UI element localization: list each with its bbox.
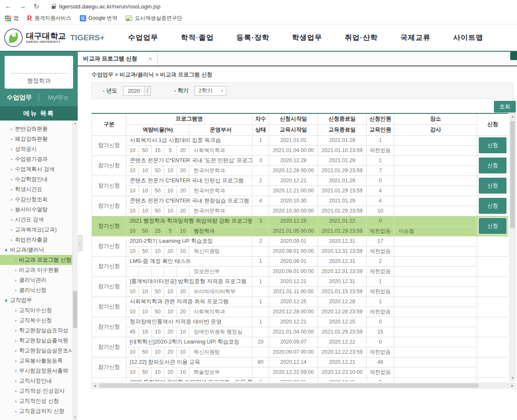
- program-row[interactable]: 참가신청사회복지사 1급 시험대비 집중 워크숍12021.01.012021.…: [92, 135, 509, 145]
- sidebar-menu-item[interactable]: ▸수업평가결과: [0, 154, 72, 164]
- scroll-left-icon[interactable]: ◂: [92, 383, 98, 388]
- table-horizontal-scrollbar[interactable]: ◂ ▸: [92, 383, 516, 388]
- year-spinner-buttons[interactable]: ▲ ▼: [144, 87, 150, 95]
- scroll-down-icon[interactable]: ∨: [510, 375, 515, 380]
- sidebar-scroll-thumb[interactable]: [73, 291, 77, 328]
- sidebar-menu-group[interactable]: ∨교직업무: [0, 295, 72, 305]
- reload-icon[interactable]: ↻: [34, 3, 39, 10]
- program-row[interactable]: 참가신청[12.22] 창파도서관 이용 교육802020.12.142020.…: [92, 357, 509, 367]
- bookmark-remote-support[interactable]: R 원격지원서비스: [27, 15, 71, 22]
- nav-item-5[interactable]: 국제교류: [400, 33, 430, 42]
- bookmark-apps[interactable]: 앱: [5, 15, 19, 22]
- sidebar-menu-item[interactable]: ▸폐강강좌현황: [0, 134, 72, 144]
- scroll-up-icon[interactable]: ∧: [73, 121, 78, 126]
- bookmark-google-translate[interactable]: G Google 번역: [80, 15, 118, 22]
- address-bar[interactable]: tigersstd.daegu.ac.kr/nxrun/ssoLogin.jsp: [52, 3, 517, 10]
- program-row-detail[interactable]: 4515102010장애인위원회 행정실2021.01.04 00:002021…: [92, 327, 509, 337]
- nav-item-2[interactable]: 등록·장학: [236, 33, 270, 42]
- sidebar-menu-item[interactable]: ▸성적공시: [0, 144, 72, 154]
- sidebar-menu-item[interactable]: ▸학교현장실습표작성: [0, 326, 72, 336]
- close-icon[interactable]: ×: [149, 55, 152, 62]
- sidebar-tab-mymenu[interactable]: My메뉴: [39, 94, 78, 102]
- program-row[interactable]: 참가신청사회복지학과 관련 자격증 취득 프로그램12020.12.252020…: [92, 297, 509, 307]
- university-logo[interactable]: 대구대학교 DAEGU UNIVERSITY TIGERS+: [4, 29, 111, 47]
- sidebar-menu-item[interactable]: ▸학교현장실습출석원: [0, 336, 72, 346]
- program-row-detail[interactable]: 105015520사회복지학과2021.01.04 00:002021.01.1…: [92, 145, 509, 155]
- sidebar-collapse-handle[interactable]: ‹: [78, 235, 82, 251]
- program-row-detail[interactable]: 1050102010혁신지원팀2020.09.01 00:002020.12.3…: [92, 246, 509, 256]
- nav-item-1[interactable]: 학적·졸업: [181, 33, 214, 42]
- scroll-down-icon[interactable]: ∨: [73, 415, 78, 419]
- scroll-up-icon[interactable]: ∧: [510, 115, 515, 119]
- year-value[interactable]: 2020: [123, 87, 144, 95]
- sidebar-menu-item[interactable]: ▸수업계획서 검색: [0, 164, 72, 174]
- sidebar-menu-item[interactable]: ▸교과목개요(교과): [0, 225, 72, 235]
- program-row[interactable]: 참가신청콘텐츠 전문가 C*ENTER 국내 현장실습 프로그램42020.10…: [92, 196, 509, 206]
- sidebar-menu-item[interactable]: ▸시간표 검색: [0, 215, 72, 225]
- sidebar-menu-item[interactable]: ▸교직적인성 신청: [0, 396, 72, 406]
- program-row[interactable]: 참가신청청각장애인통역사 자격증 대비반 운영12020.12.212020.1…: [92, 317, 509, 327]
- program-row[interactable]: 참가신청[대학혁신]2020-2학기 Learning UP! 학습코칭2020…: [92, 337, 509, 347]
- nav-item-0[interactable]: 수업업무: [128, 33, 158, 42]
- apply-button[interactable]: 신청: [479, 137, 507, 153]
- apply-button[interactable]: 신청: [479, 158, 507, 173]
- program-row-detail[interactable]: 1010501020한국어문학과2020.12.21 00:002021.01.…: [92, 186, 509, 196]
- sidebar-menu-item[interactable]: ▸분반강좌현황: [0, 124, 72, 134]
- program-row-detail[interactable]: 1050102010혁신지원팀2020.09.07 00:002020.12.2…: [92, 347, 509, 357]
- sidebar-menu-item[interactable]: ▸수강신청조회: [0, 194, 72, 205]
- table-vertical-scrollbar[interactable]: ∧ ∨: [509, 113, 516, 381]
- program-row[interactable]: 참가신청2020-2학기 Learning UP 학습코칭22020.09.01…: [92, 236, 509, 246]
- sidebar-menu-item[interactable]: ▸비교과 프로그램 신청: [0, 255, 72, 265]
- program-row-detail[interactable]: 1010501020한국어문학과2020.10.30 00:002021.01.…: [92, 206, 509, 216]
- sidebar-menu-item[interactable]: ▸교직적성·인성검사: [0, 386, 72, 396]
- program-row-detail[interactable]: 1050102010학술정보부2020.12.22 09:002020.12.2…: [92, 367, 509, 377]
- sidebar-menu-item[interactable]: ▸클리닉신청: [0, 285, 72, 295]
- nav-item-4[interactable]: 취업·산학: [345, 33, 378, 42]
- page-tab[interactable]: 비교과 프로그램 신청 ×: [78, 52, 157, 66]
- sidebar-menu-item[interactable]: ▸교직복수신청: [0, 315, 72, 326]
- sidebar-tab-lecture[interactable]: 수업업무: [0, 94, 39, 102]
- semester-select[interactable]: 2학기 ∨: [194, 86, 226, 96]
- sidebar-menu-item[interactable]: ▸교직응급처지 신청: [0, 406, 72, 416]
- url-text[interactable]: tigersstd.daegu.ac.kr/nxrun/ssoLogin.jsp: [59, 3, 160, 10]
- scroll-right-icon[interactable]: ▸: [509, 383, 515, 388]
- program-row[interactable]: 참가신청콘텐츠 전문가 C*ENTER 국내 인턴십 프로그램22020.12.…: [92, 176, 509, 186]
- sidebar-menu-item[interactable]: ▸봉사이수열람: [0, 205, 72, 215]
- caret-up-icon[interactable]: ▲: [146, 88, 149, 91]
- apply-button[interactable]: 신청: [479, 218, 507, 234]
- nav-item-3[interactable]: 학생업무: [292, 33, 322, 42]
- table-scroll-thumb[interactable]: [510, 121, 515, 228]
- sidebar-menu-item[interactable]: ▸교직사정안내: [0, 376, 72, 386]
- program-row-detail[interactable]: 105025510행정학과2021.01.05 00:002021.01.29 …: [92, 226, 509, 236]
- back-icon[interactable]: ←: [5, 3, 12, 10]
- sidebar-menu-item[interactable]: ▸교육봉사활동등록: [0, 356, 72, 366]
- sidebar-menu-item[interactable]: ▸클리닉관리: [0, 275, 72, 285]
- program-row-detail[interactable]: 1010501020사회복지학과2020.12.28 00:002020.12.…: [92, 307, 509, 317]
- sidebar-menu-item[interactable]: ▸교직이수신청: [0, 305, 72, 315]
- program-row-detail[interactable]: 정보전산부2020.09.01 00:002020.12.31 23:59제한없…: [92, 266, 509, 276]
- year-spinner[interactable]: 2020 ▲ ▼: [123, 86, 151, 96]
- program-row[interactable]: 참가신청2021 행정학과 학과밀착형 취업역량 강화 프로그램32020.12…: [92, 216, 509, 226]
- sidebar-scrollbar[interactable]: ∧ ∨: [72, 121, 78, 420]
- sidebar-menu-item[interactable]: ▸수강학점안내: [0, 174, 72, 184]
- horizontal-scroll-thumb[interactable]: [99, 383, 479, 388]
- program-row[interactable]: 참가신청콘텐츠 전문가 C*ENTER 국내 '도전 인턴십' 프로그램3202…: [92, 155, 509, 165]
- caret-down-icon[interactable]: ▼: [146, 91, 149, 94]
- sidebar-menu-item[interactable]: ▸취업전자출결: [0, 235, 72, 245]
- search-button[interactable]: 조회: [494, 101, 516, 113]
- sidebar-menu-item[interactable]: ▸학교현장실습설문조사: [0, 346, 72, 356]
- sidebar-menu-item[interactable]: ▸학생시간표: [0, 184, 72, 194]
- apply-button[interactable]: 신청: [479, 178, 507, 194]
- program-row-detail[interactable]: 1010501020한국어문학과2020.12.28 00:002021.01.…: [92, 165, 509, 176]
- program-row[interactable]: 참가신청[통계빅데이터전공] 방학집중형 자격증 프로그램12020.12.21…: [92, 276, 509, 286]
- apply-button[interactable]: 신청: [479, 198, 507, 214]
- bookmark-research-group[interactable]: 도시재생실증연구단: [126, 15, 182, 22]
- program-row[interactable]: 참가신청LMS-줌 계정 확인 테스트12020.09.012020.12.31…: [92, 256, 509, 266]
- sidebar-menu-group[interactable]: ∨비교과/클리닉: [0, 245, 72, 255]
- forward-icon[interactable]: →: [19, 3, 26, 10]
- nav-item-6[interactable]: 사이트맵: [453, 33, 483, 42]
- program-row[interactable]: 2020 특화분야 융복합 인재양성 프로그램 - 동문 졸업선62020.09…: [92, 377, 509, 381]
- sidebar-menu-item[interactable]: ▸무시험검정원서출력: [0, 366, 72, 376]
- program-row-detail[interactable]: 1010501020수리빅데이터학부2021.01.11 00:002021.0…: [92, 286, 509, 297]
- sidebar-menu-item[interactable]: ▸비교과 이수현황: [0, 265, 72, 275]
